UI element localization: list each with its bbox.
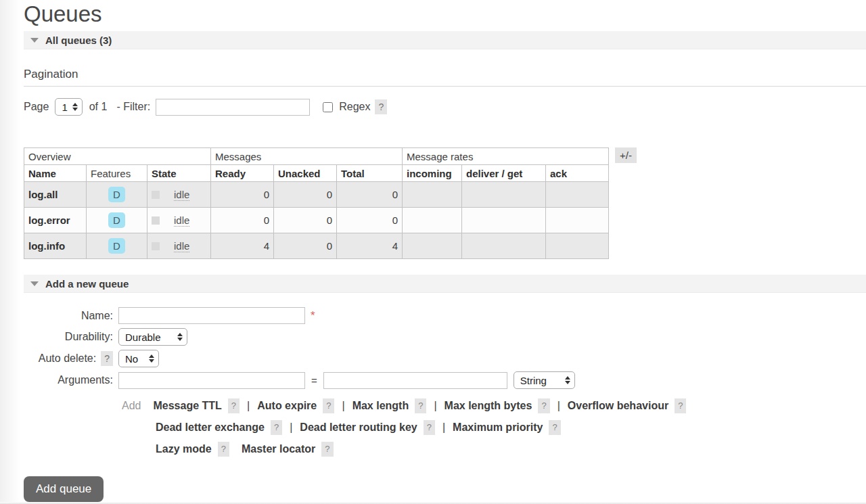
ready-count: 4	[211, 233, 274, 259]
unacked-count: 0	[274, 233, 337, 259]
filter-input[interactable]	[156, 99, 310, 116]
col-header-state[interactable]: State	[147, 165, 211, 182]
arg-link-dead-letter-exchange[interactable]: Dead letter exchange	[156, 421, 265, 434]
overflow-behaviour-help-icon[interactable]: ?	[675, 398, 686, 413]
argument-type-select[interactable]: String	[514, 371, 575, 389]
total-count: 4	[337, 233, 403, 259]
max-length-help-icon[interactable]: ?	[415, 398, 426, 413]
deliver-get-rate	[462, 233, 546, 259]
equals-sign: =	[311, 375, 317, 386]
state-label: idle	[174, 189, 189, 201]
state-label: idle	[174, 214, 189, 227]
durability-select-value: Durable	[125, 331, 161, 343]
argument-shortcuts: Add Message TTL? Auto expire? Max length…	[122, 395, 866, 460]
queue-name-link[interactable]: log.info	[24, 233, 87, 259]
col-header-ack[interactable]: ack	[546, 165, 609, 182]
col-header-incoming[interactable]: incoming	[403, 165, 462, 182]
queue-name-link[interactable]: log.all	[24, 182, 87, 208]
group-overview: Overview	[24, 148, 211, 165]
col-header-total[interactable]: Total	[337, 165, 403, 182]
add-argument-label: Add	[122, 400, 141, 412]
group-message-rates: Message rates	[403, 148, 609, 165]
section-add-queue[interactable]: Add a new queue	[24, 275, 866, 293]
ack-rate	[546, 233, 609, 259]
required-marker: *	[311, 309, 315, 323]
queues-table: Overview Messages Message rates Name Fea…	[24, 147, 609, 259]
message-ttl-help-icon[interactable]: ?	[228, 398, 240, 413]
deliver-get-rate	[462, 182, 546, 208]
master-locator-help-icon[interactable]: ?	[321, 442, 333, 457]
col-header-unacked[interactable]: Unacked	[274, 165, 337, 182]
incoming-rate	[403, 233, 462, 259]
state-indicator-icon	[152, 242, 160, 250]
table-row: log.info D idle 4 0 4	[24, 233, 609, 259]
arg-link-dead-letter-routing-key[interactable]: Dead letter routing key	[300, 421, 417, 434]
group-messages: Messages	[211, 148, 403, 165]
section-all-queues-label: All queues (3)	[45, 35, 112, 46]
arguments-field-label: Arguments:	[24, 374, 113, 386]
regex-checkbox[interactable]	[323, 102, 333, 112]
maximum-priority-help-icon[interactable]: ?	[549, 420, 560, 435]
auto-delete-select-value: No	[125, 353, 138, 365]
arg-link-message-ttl[interactable]: Message TTL	[153, 400, 221, 412]
total-count: 0	[337, 182, 403, 208]
argument-value-input[interactable]	[323, 372, 507, 389]
pagination-heading: Pagination	[24, 68, 866, 81]
page-of-label: of 1	[89, 101, 108, 113]
durable-badge: D	[108, 187, 125, 202]
col-header-deliver-get[interactable]: deliver / get	[462, 165, 546, 182]
state-indicator-icon	[152, 191, 160, 199]
arg-link-maximum-priority[interactable]: Maximum priority	[453, 421, 543, 434]
incoming-rate	[403, 182, 462, 208]
unacked-count: 0	[274, 208, 337, 233]
stepper-arrows-icon	[177, 333, 183, 341]
table-row: log.error D idle 0 0 0	[24, 208, 609, 233]
arg-link-max-length[interactable]: Max length	[352, 400, 409, 412]
page-select[interactable]: 1	[55, 98, 82, 116]
section-all-queues[interactable]: All queues (3)	[24, 31, 866, 49]
total-count: 0	[337, 208, 403, 233]
arg-link-overflow-behaviour[interactable]: Overflow behaviour	[568, 400, 668, 412]
collapse-triangle-icon	[30, 38, 39, 43]
arg-link-master-locator[interactable]: Master locator	[242, 443, 315, 455]
ack-rate	[546, 208, 609, 233]
ack-rate	[546, 182, 609, 208]
pagination-controls: Page 1 of 1 - Filter: Regex ?	[24, 98, 866, 116]
dead-letter-routing-key-help-icon[interactable]: ?	[424, 420, 435, 435]
col-header-name[interactable]: Name	[24, 165, 87, 182]
durable-badge: D	[108, 238, 125, 254]
regex-help-icon[interactable]: ?	[375, 99, 387, 114]
auto-delete-field-label: Auto delete:	[39, 352, 96, 365]
arg-link-max-length-bytes[interactable]: Max length bytes	[445, 400, 532, 412]
state-indicator-icon	[152, 216, 160, 225]
auto-delete-select[interactable]: No	[118, 350, 159, 367]
col-header-ready[interactable]: Ready	[211, 165, 274, 182]
stepper-arrows-icon	[565, 376, 570, 384]
column-selector-button[interactable]: +/-	[615, 147, 637, 163]
add-queue-form: Name: * Durability: Durable Auto delete	[24, 307, 866, 502]
argument-type-select-value: String	[520, 375, 547, 386]
durability-select[interactable]: Durable	[118, 328, 187, 346]
ready-count: 0	[211, 182, 274, 208]
regex-label: Regex	[339, 101, 370, 113]
auto-expire-help-icon[interactable]: ?	[323, 398, 334, 413]
table-row: log.all D idle 0 0 0	[24, 182, 609, 208]
pagination-divider	[24, 86, 866, 87]
queue-name-link[interactable]: log.error	[24, 208, 87, 233]
stepper-arrows-icon	[149, 354, 154, 363]
max-length-bytes-help-icon[interactable]: ?	[538, 398, 549, 413]
arg-link-auto-expire[interactable]: Auto expire	[257, 400, 317, 412]
add-queue-button[interactable]: Add queue	[24, 476, 104, 502]
incoming-rate	[403, 208, 462, 233]
queues-page: Queues All queues (3) Pagination Page 1 …	[0, 0, 866, 504]
page-select-value: 1	[62, 101, 67, 113]
name-field-label: Name:	[24, 310, 113, 322]
argument-key-input[interactable]	[118, 372, 305, 389]
unacked-count: 0	[274, 182, 337, 208]
queue-name-input[interactable]	[118, 307, 305, 324]
lazy-mode-help-icon[interactable]: ?	[218, 442, 229, 457]
arg-link-lazy-mode[interactable]: Lazy mode	[156, 443, 212, 455]
dead-letter-exchange-help-icon[interactable]: ?	[271, 420, 282, 435]
collapse-triangle-icon	[30, 281, 39, 286]
auto-delete-help-icon[interactable]: ?	[101, 351, 113, 366]
